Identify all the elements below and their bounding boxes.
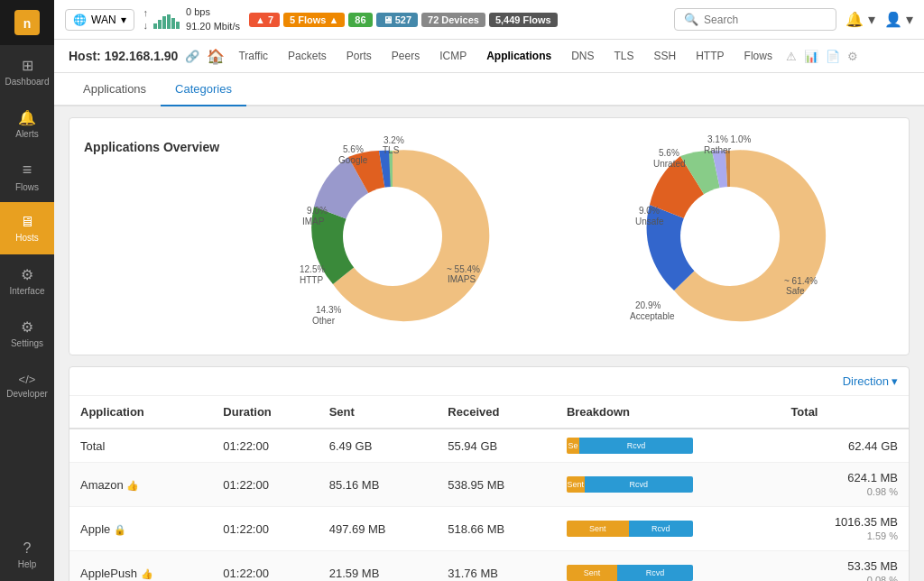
svg-text:9.0%: 9.0% [639, 206, 660, 216]
left-donut-chart: ~ 55.4% IMAPS 14.3% Other 12.5% HTTP 9.0… [289, 133, 496, 340]
breakdown-bar: Se Rcvd [567, 438, 693, 454]
alerts-icon: 🔔 [18, 109, 36, 126]
col-application: Application [69, 396, 212, 429]
sidebar-item-label: Alerts [15, 129, 39, 139]
sidebar-item-alerts[interactable]: 🔔 Alerts [0, 97, 54, 150]
flows-count-badge[interactable]: 5,449 Flows [489, 13, 558, 27]
sidebar-item-flows[interactable]: ≡ Flows [0, 150, 54, 202]
host-nav-ports[interactable]: Ports [340, 47, 378, 65]
host-nav-dns[interactable]: DNS [565, 47, 600, 65]
host-nav-packets[interactable]: Packets [282, 47, 333, 65]
cell-sent: 21.59 MB [319, 551, 438, 582]
host-nav-icmp[interactable]: ICMP [433, 47, 473, 65]
col-received: Received [437, 396, 556, 429]
network-icon: 🌐 [73, 14, 87, 26]
sidebar-logo: n [0, 0, 54, 45]
host-nav-tls[interactable]: TLS [608, 47, 641, 65]
breakdown-bar: Sent Rcvd [567, 521, 693, 537]
svg-rect-4 [162, 16, 166, 29]
svg-text:Unsafe: Unsafe [635, 217, 664, 226]
host-nav-applications[interactable]: Applications [480, 47, 558, 65]
alert-badge[interactable]: ▲ 7 [249, 13, 280, 27]
sidebar-item-dashboard[interactable]: ⊞ Dashboard [0, 45, 54, 97]
sidebar-item-label: Flows [15, 182, 39, 192]
host-nav-http[interactable]: HTTP [689, 47, 730, 65]
sidebar-item-interface[interactable]: ⚙ Interface [0, 254, 54, 307]
tabs-bar: Applications Categories [54, 73, 924, 106]
svg-text:HTTP: HTTP [300, 275, 323, 285]
gear-nav-icon[interactable]: ⚙ [847, 50, 858, 63]
sidebar-item-help[interactable]: ? Help [0, 529, 54, 581]
user-icon[interactable]: 👤 ▾ [884, 11, 913, 28]
direction-button[interactable]: Direction ▾ [843, 374, 898, 388]
cell-duration: 01:22:00 [212, 507, 318, 551]
sidebar-item-settings[interactable]: ⚙ Settings [0, 307, 54, 359]
sidebar-item-label: Interface [10, 286, 45, 296]
cell-breakdown: Sent Rcvd [556, 551, 780, 582]
svg-rect-5 [167, 14, 171, 29]
right-donut-chart: ~ 61.4% Safe 20.9% Acceptable 9.0% Unsaf… [626, 133, 834, 340]
col-total: Total [780, 396, 909, 429]
sidebar-item-developer[interactable]: </> Developer [0, 359, 54, 411]
cell-received: 518.66 MB [437, 507, 556, 551]
cell-received: 55.94 GB [437, 429, 556, 463]
traffic-values: 0 bps 91.20 Mbit/s [186, 5, 240, 33]
alert-nav-icon[interactable]: ⚠ [786, 50, 797, 63]
home-icon[interactable]: 🏠 [207, 48, 225, 65]
devices-badge[interactable]: 72 Devices [421, 13, 485, 27]
cell-total: 1016.35 MB1.59 % [780, 507, 909, 551]
cell-app: Apple 🔒 [69, 507, 212, 551]
svg-text:~ 61.4%: ~ 61.4% [784, 276, 818, 286]
search-input[interactable] [704, 14, 821, 26]
traffic-down-value: 91.20 Mbit/s [186, 20, 240, 33]
bar-rcvd: Rcvd [579, 438, 693, 454]
right-chart-container: ~ 61.4% Safe 20.9% Acceptable 9.0% Unsaf… [566, 133, 894, 340]
search-box[interactable]: 🔍 [674, 8, 836, 31]
sidebar-item-label: Help [18, 559, 37, 569]
col-duration: Duration [212, 396, 318, 429]
svg-text:n: n [23, 16, 32, 31]
network-topology-icon: 🔗 [185, 50, 199, 63]
svg-point-8 [343, 187, 442, 286]
doc-nav-icon[interactable]: 📄 [826, 50, 840, 63]
count-86-badge[interactable]: 86 [348, 13, 372, 27]
tab-categories[interactable]: Categories [161, 73, 246, 106]
hosts-icon: 🖥 [20, 214, 34, 230]
wan-selector[interactable]: 🌐 WAN ▾ [65, 9, 134, 31]
svg-text:TLS: TLS [383, 145, 400, 155]
charts-title: Applications Overview [84, 133, 219, 340]
svg-rect-3 [158, 20, 162, 29]
table-row: Amazon 👍 01:22:00 85.16 MB 538.95 MB Sen… [69, 463, 909, 507]
bar-sent: Sent [567, 565, 617, 581]
host-title: Host: 192.168.1.90 [69, 49, 178, 63]
left-chart-container: ~ 55.4% IMAPS 14.3% Other 12.5% HTTP 9.0… [228, 133, 557, 340]
cell-received: 31.76 MB [437, 551, 556, 582]
cell-app: Amazon 👍 [69, 463, 212, 507]
bar-rcvd: Rcvd [585, 476, 693, 493]
up-arrow-icon: ↑ [143, 7, 149, 19]
cell-app: ApplePush 👍 [69, 551, 212, 582]
tab-applications[interactable]: Applications [69, 73, 161, 106]
sidebar-item-hosts[interactable]: 🖥 Hosts [0, 202, 54, 254]
interface-icon: ⚙ [21, 266, 33, 283]
host-nav-flows[interactable]: Flows [738, 47, 779, 65]
wan-label: WAN [91, 14, 116, 26]
traffic-up-value: 0 bps [186, 5, 240, 19]
bell-icon[interactable]: 🔔 ▾ [845, 11, 874, 28]
svg-text:Unrated: Unrated [653, 159, 686, 169]
svg-rect-6 [171, 18, 175, 29]
flows-alert-badge[interactable]: 5 Flows ▲ [283, 13, 345, 27]
cell-duration: 01:22:00 [212, 463, 318, 507]
flows-icon: ≡ [23, 161, 32, 180]
host-nav-peers[interactable]: Peers [385, 47, 426, 65]
sidebar: n ⊞ Dashboard 🔔 Alerts ≡ Flows 🖥 Hosts ⚙… [0, 0, 54, 581]
sidebar-item-label: Dashboard [5, 77, 50, 87]
table-row: ApplePush 👍 01:22:00 21.59 MB 31.76 MB S… [69, 551, 909, 582]
svg-text:20.9%: 20.9% [635, 300, 661, 310]
host-nav-traffic[interactable]: Traffic [232, 47, 274, 65]
chart-nav-icon[interactable]: 📊 [804, 50, 818, 63]
svg-text:5.6%: 5.6% [659, 148, 679, 158]
host-nav-ssh[interactable]: SSH [648, 47, 683, 65]
count-527-badge[interactable]: 🖥 527 [376, 13, 418, 27]
svg-text:~ 55.4%: ~ 55.4% [447, 264, 480, 274]
